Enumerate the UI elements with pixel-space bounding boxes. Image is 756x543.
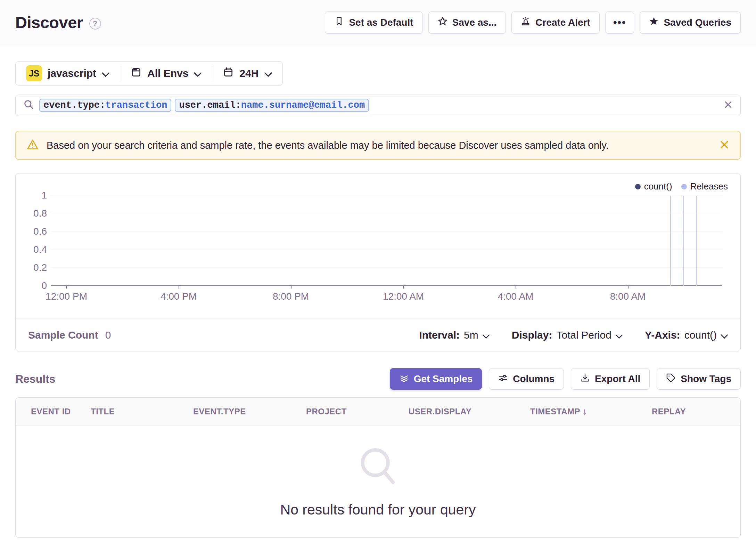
column-header-user-display[interactable]: USER.DISPLAY [409,407,530,416]
project-filter[interactable]: JS javascript [16,62,120,85]
events-chart-panel: count() Releases 1 0.8 0.6 0.4 0.2 0 [15,173,741,351]
y-axis-tick: 0.4 [16,244,47,255]
x-axis-tick-mark [291,285,291,289]
help-icon[interactable]: ? [89,18,101,30]
layers-icon [399,373,409,385]
releases-dot-icon [681,184,687,189]
tag-icon [666,373,676,385]
x-axis-tick-mark [403,285,404,289]
siren-icon [521,16,531,29]
legend-item-count[interactable]: count() [635,181,672,192]
x-axis-tick: 4:00 AM [498,291,534,302]
gridline [51,196,722,196]
set-as-default-button[interactable]: Set as Default [325,11,422,34]
show-tags-button[interactable]: Show Tags [657,368,741,390]
y-axis-tick: 1 [16,190,47,201]
clear-search-icon[interactable] [724,100,733,111]
sample-count-value: 0 [105,329,111,341]
chevron-down-icon [264,67,272,79]
gridline [51,267,722,268]
search-query-tokens[interactable]: event.type:transaction user.email:name.s… [39,99,719,112]
dismiss-banner-icon[interactable] [719,139,730,151]
chart-footer: Sample Count 0 Interval: 5m Display: Tot… [16,318,740,351]
saved-queries-button[interactable]: Saved Queries [640,11,741,34]
results-table: EVENT ID TITLE EVENT.TYPE PROJECT USER.D… [15,397,741,538]
column-header-replay[interactable]: REPLAY [652,407,740,416]
column-header-timestamp[interactable]: TIMESTAMP↓ [530,406,652,417]
display-select[interactable]: Display: Total Period [512,329,623,341]
star-filled-icon [649,16,659,29]
column-header-title[interactable]: TITLE [91,407,193,416]
environment-filter-label: All Envs [147,67,188,79]
y-axis-tick: 0.8 [16,208,47,219]
column-header-event-id[interactable]: EVENT ID [31,407,91,416]
empty-results-state: No results found for your query [16,426,740,537]
warning-message: Based on your search criteria and sample… [47,140,712,151]
release-marker-line[interactable] [696,196,697,286]
page-title: Discover [15,13,83,32]
warning-triangle-icon [26,138,39,152]
columns-button[interactable]: Columns [489,368,564,390]
sort-descending-icon: ↓ [582,406,587,416]
y-axis-select[interactable]: Y-Axis: count() [645,329,728,341]
chevron-down-icon [483,329,490,341]
time-range-filter[interactable]: 24H [212,62,282,85]
project-filter-label: javascript [48,67,96,79]
sample-count: Sample Count 0 [28,329,111,341]
legend-item-releases[interactable]: Releases [681,181,728,192]
search-bar[interactable]: event.type:transaction user.email:name.s… [15,95,741,116]
column-header-project[interactable]: PROJECT [306,407,409,416]
x-axis-tick-mark [516,285,516,289]
chart-legend: count() Releases [635,181,728,192]
x-axis-tick: 8:00 AM [610,291,646,302]
x-axis-tick: 12:00 PM [46,291,87,302]
save-as-button[interactable]: Save as... [428,11,506,34]
column-header-event-type[interactable]: EVENT.TYPE [193,407,306,416]
sampled-data-warning-banner: Based on your search criteria and sample… [15,131,741,160]
empty-results-message: No results found for your query [280,502,476,518]
gridline [51,232,722,232]
x-axis-tick: 4:00 PM [161,291,197,302]
x-axis-tick-mark [179,285,179,289]
interval-select[interactable]: Interval: 5m [419,329,489,341]
chevron-down-icon [194,67,202,79]
download-icon [580,373,590,385]
gridline [51,214,722,214]
environment-filter[interactable]: All Envs [120,62,212,85]
calendar-icon [223,67,234,80]
results-table-header: EVENT ID TITLE EVENT.TYPE PROJECT USER.D… [16,398,740,426]
header-actions: Set as Default Save as... Create Alert •… [325,11,741,34]
magnifier-empty-icon [357,445,399,489]
x-axis-tick: 8:00 PM [273,291,309,302]
release-marker-line[interactable] [670,196,671,286]
get-samples-button[interactable]: Get Samples [390,368,482,390]
sliders-icon [498,373,508,385]
chart-plot-area[interactable]: 12:00 PM 4:00 PM 8:00 PM 12:00 AM 4:00 A… [51,196,722,286]
gridline [51,250,722,250]
javascript-platform-icon: JS [26,65,42,81]
page-filter-bar: JS javascript All Envs 24H [15,61,283,86]
y-axis-tick: 0.6 [16,226,47,237]
search-icon [23,99,34,112]
results-header-row: Results Get Samples Columns Export All S… [15,368,741,390]
bookmark-icon [334,16,344,29]
search-token-event-type[interactable]: event.type:transaction [39,99,171,112]
star-outline-icon [438,16,447,29]
chevron-down-icon [102,67,109,79]
time-range-label: 24H [239,67,258,79]
results-title: Results [15,373,56,386]
count-series-dot-icon [635,184,641,189]
release-marker-line[interactable] [683,196,684,286]
ellipsis-icon: ••• [613,17,626,29]
y-axis-tick: 0 [16,280,47,291]
window-icon [131,67,142,80]
x-axis-tick: 12:00 AM [383,291,424,302]
chevron-down-icon [616,329,623,341]
search-token-user-email[interactable]: user.email:name.surname@email.com [175,99,369,112]
chevron-down-icon [721,329,728,341]
x-axis-tick-mark [66,285,67,289]
export-all-button[interactable]: Export All [571,368,650,390]
create-alert-button[interactable]: Create Alert [511,11,600,34]
more-options-button[interactable]: ••• [605,11,634,34]
page-header: Discover ? Set as Default Save as... Cre… [0,0,756,45]
